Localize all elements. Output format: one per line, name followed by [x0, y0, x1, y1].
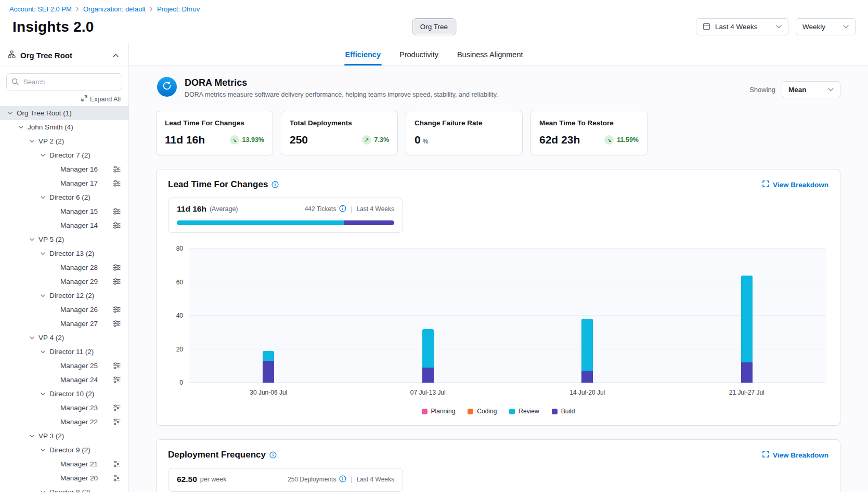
- chevron-down-icon[interactable]: [40, 294, 45, 297]
- tree-node[interactable]: Manager 22: [0, 415, 128, 429]
- separator: |: [351, 476, 352, 483]
- filter-sliders-icon[interactable]: [113, 475, 121, 481]
- tree-node[interactable]: VP 2 (2): [0, 134, 128, 148]
- tree-node[interactable]: Manager 28: [0, 260, 128, 275]
- tree-node[interactable]: Director 7 (2): [0, 148, 128, 162]
- tree-node-label: VP 4 (2): [38, 334, 64, 342]
- chevron-down-icon[interactable]: [40, 154, 45, 157]
- tree-node[interactable]: Director 13 (2): [0, 246, 128, 260]
- filter-sliders-icon[interactable]: [113, 278, 121, 285]
- tree-node[interactable]: Director 6 (2): [0, 190, 128, 204]
- filter-sliders-icon[interactable]: [113, 461, 121, 467]
- org-tree-toggle-button[interactable]: Org Tree: [412, 18, 456, 35]
- expand-all-label: Expand All: [90, 96, 121, 103]
- info-icon[interactable]: [339, 205, 346, 214]
- breadcrumb-link[interactable]: Organization: default: [83, 5, 146, 13]
- metric-value-row: 62d 23h↘11.59%: [539, 134, 639, 146]
- tree-node[interactable]: John Smith (4): [0, 120, 128, 134]
- aggregation-select[interactable]: Mean: [782, 81, 840, 98]
- tree-node[interactable]: Manager 16: [0, 162, 128, 176]
- filter-sliders-icon[interactable]: [113, 419, 121, 425]
- dora-metrics-header: DORA Metrics DORA metrics measure softwa…: [156, 77, 840, 98]
- tree-node-label: Director 7 (2): [49, 151, 90, 159]
- filter-sliders-icon[interactable]: [113, 320, 121, 327]
- tree-node-label: Manager 14: [60, 221, 98, 229]
- tree-node[interactable]: Director 8 (2): [0, 485, 128, 492]
- chevron-down-icon[interactable]: [18, 126, 23, 129]
- tree-node[interactable]: Manager 21: [0, 457, 128, 471]
- breadcrumb-link[interactable]: Project: Dhruv: [157, 5, 200, 13]
- tree-node[interactable]: Director 10 (2): [0, 387, 128, 401]
- search-input[interactable]: [6, 73, 122, 90]
- tree-node-label: Director 8 (2): [49, 488, 90, 492]
- filter-sliders-icon[interactable]: [113, 306, 121, 313]
- tab-bar: EfficiencyProductivityBusiness Alignment: [129, 44, 868, 66]
- chevron-down-icon[interactable]: [40, 196, 45, 199]
- tree-node[interactable]: Manager 17: [0, 176, 128, 190]
- tree-node[interactable]: Director 11 (2): [0, 345, 128, 359]
- granularity-select[interactable]: Weekly: [796, 18, 856, 35]
- chevron-down-icon[interactable]: [29, 435, 34, 438]
- chevron-down-icon[interactable]: [40, 350, 45, 354]
- chevron-down-icon[interactable]: [29, 336, 34, 340]
- tree-node[interactable]: Manager 27: [0, 317, 128, 331]
- tree-node[interactable]: Manager 25: [0, 359, 128, 373]
- tree-node[interactable]: VP 3 (2): [0, 429, 128, 443]
- expand-all-button[interactable]: Expand All: [0, 92, 128, 106]
- chevron-down-icon[interactable]: [40, 252, 45, 255]
- filter-sliders-icon[interactable]: [113, 208, 121, 215]
- main-content: EfficiencyProductivityBusiness Alignment…: [129, 44, 868, 492]
- breadcrumb-link[interactable]: Account: SEI 2.0 PM: [9, 5, 72, 13]
- dashboard-scroll-area[interactable]: DORA Metrics DORA metrics measure softwa…: [129, 66, 868, 492]
- chevron-down-icon[interactable]: [40, 393, 45, 396]
- filter-sliders-icon[interactable]: [113, 404, 121, 411]
- metric-unit: %: [423, 138, 429, 145]
- collapse-sidebar-chevron-up-icon[interactable]: [111, 51, 121, 59]
- date-range-select[interactable]: Last 4 Weeks: [696, 18, 788, 35]
- chevron-down-icon[interactable]: [40, 491, 45, 493]
- tree-node-label: Director 12 (2): [49, 292, 94, 299]
- tree-node[interactable]: Director 9 (2): [0, 443, 128, 457]
- info-icon[interactable]: [339, 475, 346, 484]
- calendar-icon: [703, 22, 710, 32]
- stacked-bar: [741, 249, 753, 383]
- legend-item-coding: Coding: [468, 408, 497, 415]
- filter-sliders-icon[interactable]: [113, 166, 121, 173]
- tree-node[interactable]: VP 5 (2): [0, 232, 128, 246]
- metric-cards: Lead Time For Changes11d 16h↘13.93%Total…: [156, 111, 840, 155]
- view-breakdown-link[interactable]: View Breakdown: [762, 451, 828, 459]
- tab-business-alignment[interactable]: Business Alignment: [456, 44, 524, 65]
- tree-node[interactable]: VP 4 (2): [0, 331, 128, 345]
- filter-sliders-icon[interactable]: [113, 180, 121, 187]
- chevron-down-icon[interactable]: [7, 112, 12, 115]
- tree-node[interactable]: Manager 26: [0, 303, 128, 317]
- bar-segment-build: [581, 371, 593, 383]
- filter-sliders-icon[interactable]: [113, 222, 121, 229]
- tree-node[interactable]: Org Tree Root (1): [0, 106, 128, 120]
- info-icon[interactable]: [271, 181, 279, 188]
- filter-sliders-icon[interactable]: [113, 376, 121, 383]
- tree-node-label: VP 3 (2): [38, 432, 64, 440]
- metric-value: 250: [290, 134, 308, 146]
- chevron-down-icon[interactable]: [40, 449, 45, 452]
- dora-title: DORA Metrics: [185, 77, 498, 88]
- chevron-down-icon[interactable]: [29, 140, 34, 143]
- tree-node-label: Manager 26: [60, 306, 98, 314]
- tree-node[interactable]: Director 12 (2): [0, 289, 128, 303]
- info-icon[interactable]: [269, 451, 277, 459]
- tree-node[interactable]: Manager 23: [0, 401, 128, 415]
- tab-efficiency[interactable]: Efficiency: [344, 44, 382, 65]
- legend-item-build: Build: [552, 408, 575, 415]
- tree-node[interactable]: Manager 15: [0, 204, 128, 218]
- tree-node[interactable]: Manager 29: [0, 275, 128, 289]
- filter-sliders-icon[interactable]: [113, 362, 121, 369]
- tree-node[interactable]: Manager 24: [0, 373, 128, 387]
- gridline: [189, 382, 826, 383]
- chevron-down-icon: [828, 88, 834, 92]
- tree-node[interactable]: Manager 20: [0, 471, 128, 485]
- chevron-down-icon[interactable]: [29, 238, 34, 241]
- tree-node[interactable]: Manager 14: [0, 218, 128, 232]
- filter-sliders-icon[interactable]: [113, 264, 121, 271]
- view-breakdown-link[interactable]: View Breakdown: [762, 180, 828, 189]
- tab-productivity[interactable]: Productivity: [398, 44, 439, 65]
